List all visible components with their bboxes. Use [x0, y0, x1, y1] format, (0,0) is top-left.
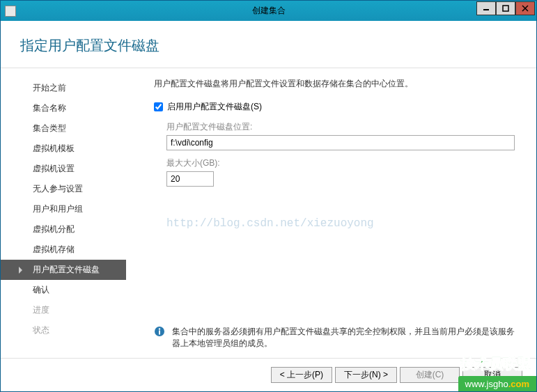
enable-checkbox-row: 启用用户配置文件磁盘(S)	[154, 101, 517, 113]
sidebar-item-users-groups[interactable]: 用户和用户组	[1, 199, 126, 219]
location-label: 用户配置文件磁盘位置:	[166, 121, 517, 133]
info-text: 集合中的服务器必须拥有用户配置文件磁盘共享的完全控制权限，并且当前用户必须是该服…	[172, 326, 517, 350]
window-title: 创建集合	[252, 5, 286, 17]
app-icon	[5, 6, 16, 17]
maxsize-label: 最大大小(GB):	[166, 157, 517, 169]
close-button[interactable]	[515, 1, 535, 15]
sidebar-item-before-begin[interactable]: 开始之前	[1, 78, 126, 98]
info-box: 集合中的服务器必须拥有用户配置文件磁盘共享的完全控制权限，并且当前用户必须是该服…	[154, 326, 517, 350]
sidebar-item-vm-assignment[interactable]: 虚拟机分配	[1, 219, 126, 240]
info-icon	[154, 326, 165, 337]
svg-rect-1	[503, 6, 508, 11]
sidebar-item-collection-name[interactable]: 集合名称	[1, 98, 126, 118]
previous-button[interactable]: < 上一步(P)	[271, 367, 332, 383]
content: 指定用户配置文件磁盘 开始之前 集合名称 集合类型 虚拟机模板 虚拟机设置 无人…	[1, 21, 536, 391]
sidebar-item-progress: 进度	[1, 300, 126, 320]
watermark-text: http://blog.csdn.net/xiezuoyong	[166, 217, 517, 230]
next-button[interactable]: 下一步(N) >	[335, 367, 397, 383]
sidebar-item-unattended[interactable]: 无人参与设置	[1, 179, 126, 199]
main-panel: 用户配置文件磁盘将用户配置文件设置和数据存储在集合的中心位置。 启用用户配置文件…	[126, 78, 536, 358]
maximize-button[interactable]	[496, 1, 515, 15]
intro-text: 用户配置文件磁盘将用户配置文件设置和数据存储在集合的中心位置。	[154, 78, 517, 90]
minimize-button[interactable]	[476, 1, 496, 15]
sidebar-item-user-profile-disk[interactable]: 用户配置文件磁盘	[1, 260, 126, 280]
create-button: 创建(C)	[400, 367, 460, 383]
sidebar: 开始之前 集合名称 集合类型 虚拟机模板 虚拟机设置 无人参与设置 用户和用户组…	[1, 78, 126, 358]
svg-point-6	[159, 329, 160, 330]
sidebar-item-vm-template[interactable]: 虚拟机模板	[1, 139, 126, 159]
location-field-group: 用户配置文件磁盘位置:	[166, 121, 517, 150]
window: 创建集合 指定用户配置文件磁盘 开始之前 集合名称 集合类型 虚拟机模板 虚拟机…	[0, 0, 537, 392]
footer: < 上一步(P) 下一步(N) > 创建(C) 取消 技术员联盟 www.jsg…	[1, 358, 536, 391]
cancel-button[interactable]: 取消	[462, 367, 522, 383]
maxsize-input[interactable]	[166, 171, 214, 187]
sidebar-item-vm-settings[interactable]: 虚拟机设置	[1, 159, 126, 179]
sidebar-item-vm-storage[interactable]: 虚拟机存储	[1, 240, 126, 260]
body-area: 开始之前 集合名称 集合类型 虚拟机模板 虚拟机设置 无人参与设置 用户和用户组…	[1, 68, 536, 358]
window-controls	[476, 1, 535, 15]
location-input[interactable]	[166, 135, 515, 150]
maxsize-field-group: 最大大小(GB):	[166, 157, 517, 187]
sidebar-item-collection-type[interactable]: 集合类型	[1, 118, 126, 139]
titlebar[interactable]: 创建集合	[1, 1, 536, 21]
page-header: 指定用户配置文件磁盘	[1, 21, 536, 68]
svg-rect-5	[159, 331, 160, 335]
enable-profile-disk-label[interactable]: 启用用户配置文件磁盘(S)	[167, 101, 262, 113]
enable-profile-disk-checkbox[interactable]	[154, 102, 163, 111]
sidebar-item-status: 状态	[1, 320, 126, 340]
page-title: 指定用户配置文件磁盘	[20, 36, 536, 55]
sidebar-item-confirm[interactable]: 确认	[1, 280, 126, 300]
